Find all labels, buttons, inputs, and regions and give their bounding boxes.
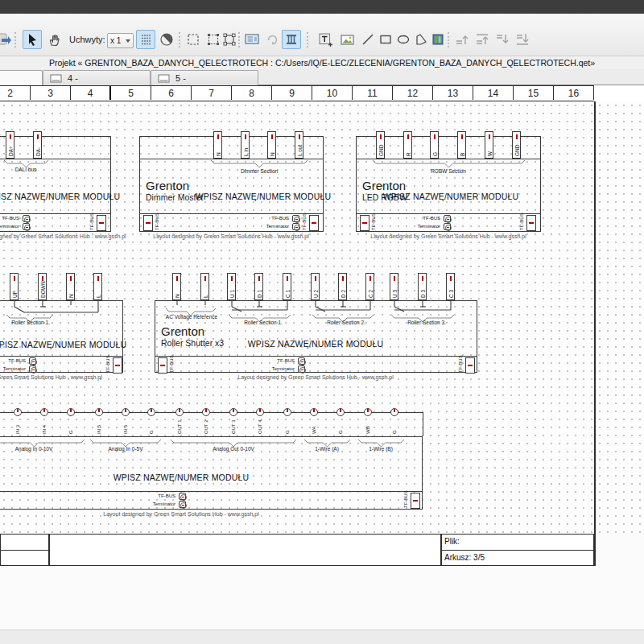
rotate-button[interactable] <box>262 30 282 49</box>
title-block-divider <box>1 550 48 551</box>
add-ellipse-button[interactable] <box>394 30 413 49</box>
tfbus-terminal[interactable] <box>97 215 106 231</box>
terminal-red-mark <box>258 276 260 281</box>
terminal[interactable] <box>175 408 184 416</box>
tfbus-terminal[interactable] <box>309 215 319 231</box>
ellipse-icon <box>396 32 411 47</box>
terminal[interactable] <box>95 408 103 416</box>
module-brand: Grenton <box>146 179 189 192</box>
terminal[interactable] <box>67 408 75 416</box>
tfbus-terminal[interactable] <box>143 215 153 231</box>
terminal[interactable] <box>40 408 48 416</box>
bring-forward-button[interactable] <box>452 30 472 49</box>
tfbus-terminal[interactable] <box>411 493 420 509</box>
handles-multiplier-select[interactable]: x 1 <box>107 33 134 48</box>
strip-line <box>356 213 541 214</box>
add-text-button[interactable] <box>316 30 335 49</box>
section-label: Analog In 0-10V <box>15 446 53 452</box>
bus-connector[interactable] <box>23 215 30 222</box>
pan-tool-button[interactable] <box>44 30 64 49</box>
terminal-red-mark <box>369 276 371 281</box>
terminal-red-mark <box>315 276 316 281</box>
background-contrast-button[interactable] <box>157 30 176 49</box>
terminator-label: Terminator <box>0 366 26 371</box>
terminal-red-mark <box>98 409 100 412</box>
rectangle-icon <box>378 32 393 47</box>
terminal[interactable] <box>256 408 264 416</box>
terminal[interactable] <box>364 408 372 416</box>
terminal-band-line <box>139 159 324 159</box>
terminator-label: Terminator <box>0 224 19 229</box>
bus-connector[interactable] <box>29 357 36 365</box>
tfbus-terminal[interactable] <box>113 357 122 374</box>
terminal-red-mark <box>70 276 72 281</box>
titleblock-editor-button[interactable] <box>242 30 262 49</box>
terminal-label: N <box>68 294 74 298</box>
terminal-red-mark <box>380 134 382 139</box>
tfbus-label: TF-BUS <box>0 358 26 363</box>
bus-connector[interactable] <box>179 493 186 500</box>
sheet-tab[interactable]: 4 - <box>43 70 151 85</box>
send-to-back-button[interactable] <box>513 30 532 49</box>
toolbar-grip <box>14 32 19 47</box>
terminal-label: L <box>203 295 208 298</box>
bus-connector[interactable] <box>292 223 299 230</box>
toolbar-grip <box>448 32 452 47</box>
tfbus-terminal[interactable] <box>526 215 536 231</box>
add-image-button[interactable] <box>337 30 357 49</box>
tfbus-terminal[interactable] <box>158 357 167 374</box>
bus-connector[interactable] <box>444 215 451 222</box>
rubberband-select-button[interactable] <box>184 30 203 49</box>
terminal[interactable] <box>310 408 318 416</box>
terminal-label: C 3 <box>448 290 454 298</box>
tfbus-terminal[interactable] <box>360 215 369 231</box>
send-backward-button[interactable] <box>493 30 512 49</box>
diagram-canvas[interactable]: Plik: Arkusz: 3/5 DA+DA-DALI busWPISZ NA… <box>0 101 644 644</box>
bus-connector[interactable] <box>292 215 299 222</box>
transform-rect-button[interactable] <box>220 30 239 49</box>
clipboard-partial-button[interactable] <box>0 30 13 49</box>
sheet-tab[interactable]: 3 - <box>0 70 43 85</box>
terminal[interactable] <box>122 408 130 416</box>
terminal-label: B <box>460 153 465 156</box>
connector-red-mark <box>447 219 449 221</box>
title-block-divider <box>440 550 593 551</box>
strip-line <box>139 213 324 214</box>
terminal-label: OUT 1 <box>177 419 183 434</box>
module-name-placeholder: WPISZ NAZWĘ/NUMER MODUŁU <box>248 339 384 349</box>
section-label: Roller Section 3. <box>407 320 446 325</box>
toolbar-grip <box>307 32 311 47</box>
terminal[interactable] <box>283 408 291 416</box>
sheet-icon <box>158 74 170 83</box>
conductor-column-button[interactable] <box>282 30 301 49</box>
terminal[interactable] <box>202 408 210 416</box>
grid-toggle-button[interactable] <box>136 30 155 49</box>
sheet-tab[interactable]: 5 - <box>151 70 258 85</box>
terminal-label: L in <box>243 148 249 156</box>
bus-connector[interactable] <box>179 501 186 508</box>
ruler-cell: 14 <box>473 86 514 100</box>
tfbus-label: TF-BUS <box>242 216 289 221</box>
terminal[interactable] <box>14 408 22 416</box>
terminal[interactable] <box>336 408 345 416</box>
terminal[interactable] <box>390 408 398 416</box>
terminal-red-mark <box>231 276 233 281</box>
bus-connector[interactable] <box>444 223 451 230</box>
bus-connector[interactable] <box>298 357 305 365</box>
bus-connector[interactable] <box>29 365 36 373</box>
bring-to-front-button[interactable] <box>473 30 492 49</box>
terminal[interactable] <box>147 408 155 416</box>
tfbus-label: TF-BUS <box>248 358 295 363</box>
title-block[interactable]: Plik: Arkusz: 3/5 <box>0 534 594 566</box>
bus-connector[interactable] <box>298 365 305 373</box>
tfbus-terminal[interactable] <box>465 357 475 374</box>
add-rectangle-button[interactable] <box>376 30 395 49</box>
select-tool-button[interactable] <box>23 30 42 49</box>
terminator-label: Terminator <box>394 224 440 229</box>
add-line-button[interactable] <box>358 30 378 49</box>
bus-connector[interactable] <box>23 223 30 230</box>
terminal[interactable] <box>229 408 237 416</box>
add-terminal-strip-button[interactable] <box>428 30 448 49</box>
terminal-red-mark <box>271 134 273 139</box>
terminal-red-mark <box>151 409 152 412</box>
